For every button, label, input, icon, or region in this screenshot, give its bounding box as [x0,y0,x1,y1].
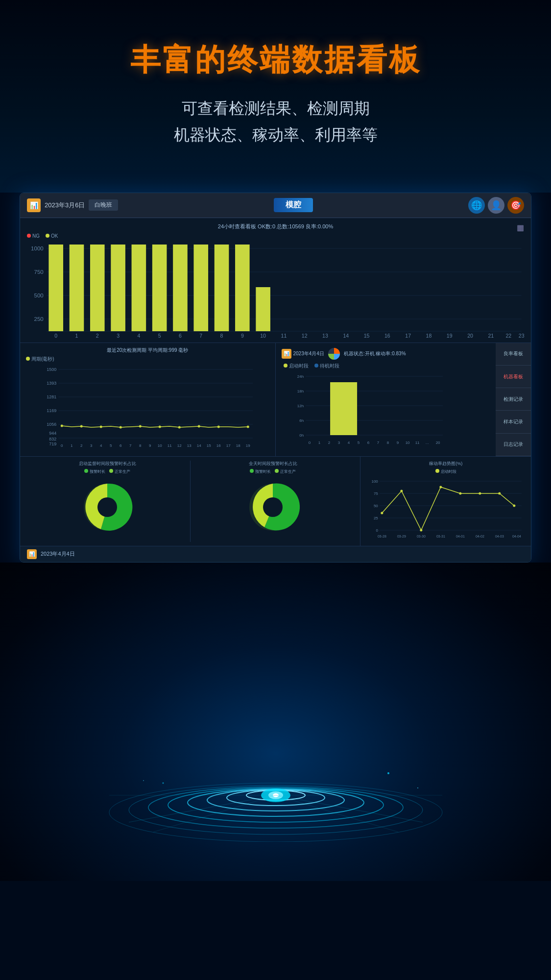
legend-warning2: 预警时长 [250,469,271,474]
svg-text:12: 12 [177,443,182,448]
menu-item-machine[interactable]: 机器看板 [496,366,531,388]
svg-text:11: 11 [281,333,287,339]
svg-text:03-28: 03-28 [378,535,386,538]
pie-chart-mini [327,347,341,361]
svg-text:1000: 1000 [31,245,44,251]
svg-text:10: 10 [260,333,266,339]
svg-point-58 [61,424,63,427]
menu-item-detection[interactable]: 检测记录 [496,388,531,411]
pie-chart-1 [80,480,134,534]
settings-icon[interactable]: 🎯 [507,197,524,214]
svg-text:04-04: 04-04 [512,535,521,538]
svg-text:4: 4 [137,333,140,339]
svg-point-60 [100,425,102,428]
svg-text:04-02: 04-02 [476,535,484,538]
svg-text:10: 10 [405,441,409,445]
svg-text:17: 17 [226,443,231,448]
svg-text:1500: 1500 [47,367,56,372]
svg-point-134 [499,492,501,494]
svg-text:5: 5 [158,333,161,339]
svg-text:19: 19 [447,333,453,339]
svg-rect-19 [256,287,270,331]
legend-cycle: 周期(毫秒) [26,356,54,363]
svg-text:500: 500 [34,293,43,298]
svg-text:22: 22 [505,333,511,339]
svg-point-65 [198,425,200,427]
menu-item-yield[interactable]: 良率看板 [496,343,531,366]
svg-point-162 [417,787,418,788]
user-icon[interactable]: 👤 [488,197,504,214]
top-section: 丰富的终端数据看板 可查看检测结果、检测周期 机器状态、稼动率、利用率等 [0,0,551,193]
svg-text:7: 7 [199,333,202,339]
svg-text:11: 11 [415,441,419,445]
top-chart-title: 24小时查看看板 OK数:0 总数:10569 良率:0.00% [27,223,524,230]
svg-text:10: 10 [158,443,162,448]
bottom-panel-trend: 稼动率趋势图(%) 启动时段 100 75 50 25 0 [360,457,531,546]
svg-rect-12 [111,245,125,331]
legend-warning: 预警时长 [84,469,105,474]
pie-section-2: 全天时间段预警时长占比 预警时长 正常生产 [190,461,356,542]
legend-idle: 待机时段 [314,363,339,369]
svg-text:6: 6 [367,441,369,445]
svg-rect-10 [70,245,84,331]
svg-text:17: 17 [405,333,411,339]
svg-line-157 [276,795,423,822]
pie2-legend: 预警时长 正常生产 [192,469,354,474]
svg-text:2: 2 [96,333,99,339]
footer-date: 2023年4月4日 [41,550,75,558]
middle-row: 最近20次检测周期 平均周期:999 毫秒 周期(毫秒) 1500 1393 1… [20,343,531,457]
svg-text:...: ... [425,441,429,445]
right-panel-legend: 启动时段 待机时段 [284,363,526,369]
trend-title: 稼动率趋势图(%) [365,461,526,467]
svg-point-135 [513,504,516,507]
svg-text:2: 2 [80,443,83,448]
header-shift: 白晚班 [89,199,118,211]
svg-text:3: 3 [337,441,340,445]
subtitle: 可查看检测结果、检测周期 机器状态、稼动率、利用率等 [29,95,522,148]
right-panel-status: 机器状态:开机 稼动率:0.83% [344,350,406,357]
svg-rect-11 [90,245,105,331]
svg-text:03-29: 03-29 [397,535,406,538]
svg-text:04-03: 04-03 [495,535,504,538]
dashboard: 📊 2023年3月6日 白晚班 模腔 🌐 👤 🎯 24小时查看看板 OK数:0 … [20,193,531,563]
svg-text:1169: 1169 [47,408,56,413]
svg-text:14: 14 [197,443,201,448]
svg-text:03-30: 03-30 [417,535,426,538]
pie1-legend: 预警时长 正常生产 [27,469,188,474]
svg-text:13: 13 [187,443,192,448]
svg-point-117 [263,497,283,517]
svg-point-59 [80,425,83,427]
svg-text:3: 3 [90,443,93,448]
header-date: 2023年3月6日 [45,201,85,210]
svg-point-130 [420,529,423,531]
svg-point-61 [120,426,122,428]
svg-text:12h: 12h [297,404,303,408]
svg-text:6: 6 [179,333,182,339]
svg-text:1056: 1056 [47,422,56,427]
svg-point-64 [178,426,181,428]
svg-text:6h: 6h [299,418,304,423]
svg-text:16: 16 [384,333,390,339]
dash-title-box: 模腔 [274,198,313,212]
svg-point-133 [479,492,481,494]
grid-icon: ▦ [517,223,524,232]
legend-normal2: 正常生产 [275,469,296,474]
pie2-title: 全天时间段预警时长占比 [192,461,354,467]
svg-text:5: 5 [110,443,112,448]
svg-text:7: 7 [129,443,132,448]
svg-text:18: 18 [426,333,432,339]
menu-item-log[interactable]: 日志记录 [496,434,531,456]
svg-text:04-01: 04-01 [456,535,465,538]
trend-chart: 100 75 50 25 0 [365,476,526,540]
svg-text:4: 4 [100,443,102,448]
svg-text:832: 832 [49,437,56,441]
svg-text:24h: 24h [297,374,303,379]
globe-icon[interactable]: 🌐 [468,197,485,214]
holo-rings [104,685,447,842]
svg-text:8: 8 [386,441,389,445]
svg-text:5: 5 [357,441,359,445]
main-title: 丰富的终端数据看板 [29,39,522,80]
bottom-row: 启动监督时间段预警时长占比 预警时长 正常生产 [20,457,531,546]
menu-item-sample[interactable]: 样本记录 [496,411,531,433]
svg-rect-14 [152,245,167,331]
